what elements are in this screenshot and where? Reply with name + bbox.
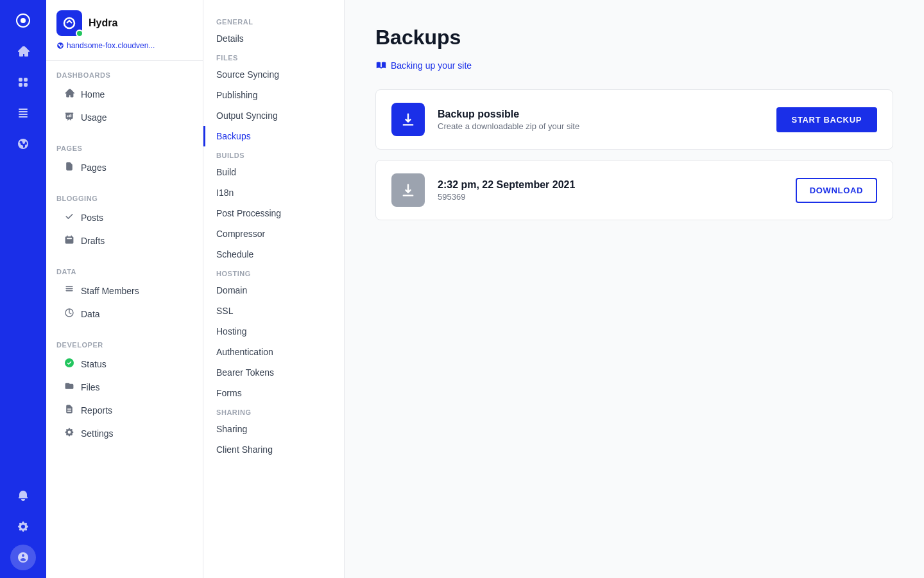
files-icon — [63, 381, 76, 394]
sidebar-settings-label: Settings — [81, 428, 114, 439]
main-content: Backups Backing up your site Backup poss… — [345, 0, 924, 578]
existing-backup-icon — [391, 173, 425, 207]
page-title: Backups — [375, 26, 893, 49]
sec-item-bearer-tokens[interactable]: Bearer Tokens — [203, 362, 344, 383]
blogging-label: BLOGGING — [56, 195, 193, 202]
sidebar-pages-label: Pages — [81, 162, 107, 173]
sidebar-item-pages[interactable]: Pages — [56, 156, 193, 179]
left-sidebar: Hydra handsome-fox.cloudven... DASHBOARD… — [46, 0, 203, 578]
sec-item-build[interactable]: Build — [203, 162, 344, 182]
sidebar-item-usage[interactable]: Usage — [56, 106, 193, 129]
help-link[interactable]: Backing up your site — [375, 60, 893, 71]
sidebar-item-home[interactable]: Home — [56, 83, 193, 106]
sec-item-output-syncing[interactable]: Output Syncing — [203, 105, 344, 126]
sec-item-schedule[interactable]: Schedule — [203, 244, 344, 265]
backup-possible-icon — [391, 103, 425, 136]
sidebar-posts-label: Posts — [81, 213, 103, 223]
bell-rail-icon[interactable] — [10, 483, 36, 509]
sec-item-i18n[interactable]: I18n — [203, 182, 344, 203]
sec-item-domain[interactable]: Domain — [203, 280, 344, 301]
sec-hosting-label: HOSTING — [203, 265, 344, 280]
backup-possible-card: Backup possible Create a downloadable zi… — [375, 89, 893, 150]
pages-icon — [63, 161, 76, 174]
sidebar-item-drafts[interactable]: Drafts — [56, 229, 193, 252]
icon-rail — [0, 0, 46, 578]
sec-item-authentication[interactable]: Authentication — [203, 342, 344, 362]
sec-item-publishing[interactable]: Publishing — [203, 85, 344, 105]
pages-section: PAGES Pages — [46, 134, 203, 184]
blogging-section: BLOGGING Posts Drafts — [46, 184, 203, 258]
dashboards-section: DASHBOARDS Home Usage — [46, 61, 203, 134]
site-url[interactable]: handsome-fox.cloudven... — [56, 41, 193, 50]
download-backup-button[interactable]: DOWNLOAD — [796, 178, 877, 203]
staff-icon — [63, 285, 76, 297]
status-icon — [63, 358, 76, 371]
sidebar-home-label: Home — [81, 89, 105, 100]
backup-possible-info: Backup possible Create a downloadable zi… — [438, 109, 764, 131]
sidebar-usage-label: Usage — [81, 112, 107, 123]
sidebar-files-label: Files — [81, 382, 100, 392]
existing-backup-info: 2:32 pm, 22 September 2021 595369 — [438, 179, 783, 202]
sidebar-item-data[interactable]: Data — [56, 302, 193, 326]
sec-item-ssl[interactable]: SSL — [203, 301, 344, 321]
backup-possible-subtitle: Create a downloadable zip of your site — [438, 121, 764, 131]
sec-item-compressor[interactable]: Compressor — [203, 223, 344, 244]
app-logo-icon[interactable] — [10, 8, 36, 33]
posts-icon — [63, 211, 76, 224]
svg-point-2 — [64, 18, 74, 28]
developer-section: DEVELOPER Status Files Reports Settings — [46, 331, 203, 450]
data-icon — [63, 308, 76, 320]
list-rail-icon[interactable] — [10, 100, 36, 126]
sidebar-item-reports[interactable]: Reports — [56, 399, 193, 422]
sec-general-label: GENERAL — [203, 13, 344, 28]
sec-item-source-syncing[interactable]: Source Syncing — [203, 64, 344, 85]
home-icon — [63, 88, 76, 101]
developer-label: DEVELOPER — [56, 341, 193, 349]
pages-label: PAGES — [56, 144, 193, 152]
existing-backup-id: 595369 — [438, 192, 783, 202]
sec-item-forms[interactable]: Forms — [203, 383, 344, 403]
sidebar-item-settings[interactable]: Settings — [56, 422, 193, 445]
sec-sharing-label: SHARING — [203, 403, 344, 419]
site-logo[interactable]: Hydra — [56, 10, 193, 36]
sidebar-item-staff[interactable]: Staff Members — [56, 279, 193, 302]
sidebar-header: Hydra handsome-fox.cloudven... — [46, 0, 203, 61]
existing-backup-card: 2:32 pm, 22 September 2021 595369 DOWNLO… — [375, 160, 893, 220]
existing-backup-datetime: 2:32 pm, 22 September 2021 — [438, 179, 783, 191]
settings-rail-icon[interactable] — [10, 514, 36, 539]
sec-item-post-processing[interactable]: Post Processing — [203, 203, 344, 223]
user-rail-icon[interactable] — [10, 545, 36, 570]
usage-icon — [63, 111, 76, 124]
drafts-icon — [63, 234, 76, 247]
sidebar-item-status[interactable]: Status — [56, 353, 193, 376]
help-link-text: Backing up your site — [391, 60, 472, 71]
sec-item-backups[interactable]: Backups — [203, 126, 344, 146]
data-label: DATA — [56, 268, 193, 276]
settings-icon — [63, 427, 76, 440]
home-rail-icon[interactable] — [10, 39, 36, 64]
secondary-sidebar: GENERAL Details FILES Source Syncing Pub… — [203, 0, 345, 578]
sec-files-label: FILES — [203, 49, 344, 64]
data-section: DATA Staff Members Data — [46, 258, 203, 331]
sec-item-sharing[interactable]: Sharing — [203, 419, 344, 439]
sidebar-item-files[interactable]: Files — [56, 376, 193, 399]
backup-possible-title: Backup possible — [438, 109, 764, 120]
dashboards-label: DASHBOARDS — [56, 71, 193, 79]
site-name: Hydra — [89, 17, 117, 29]
online-status-dot — [76, 30, 83, 37]
start-backup-button[interactable]: START BACKUP — [776, 107, 877, 132]
book-icon — [375, 60, 387, 71]
sec-item-details[interactable]: Details — [203, 28, 344, 49]
site-logo-icon — [56, 10, 82, 36]
sidebar-data-label: Data — [81, 309, 100, 319]
sidebar-item-posts[interactable]: Posts — [56, 206, 193, 229]
sec-item-hosting[interactable]: Hosting — [203, 321, 344, 342]
svg-point-1 — [21, 18, 26, 23]
sidebar-status-label: Status — [81, 359, 107, 369]
sec-item-client-sharing[interactable]: Client Sharing — [203, 439, 344, 460]
globe-rail-icon[interactable] — [10, 131, 36, 157]
sidebar-reports-label: Reports — [81, 405, 112, 416]
grid-rail-icon[interactable] — [10, 69, 36, 95]
reports-icon — [63, 404, 76, 417]
sidebar-staff-label: Staff Members — [81, 286, 139, 296]
